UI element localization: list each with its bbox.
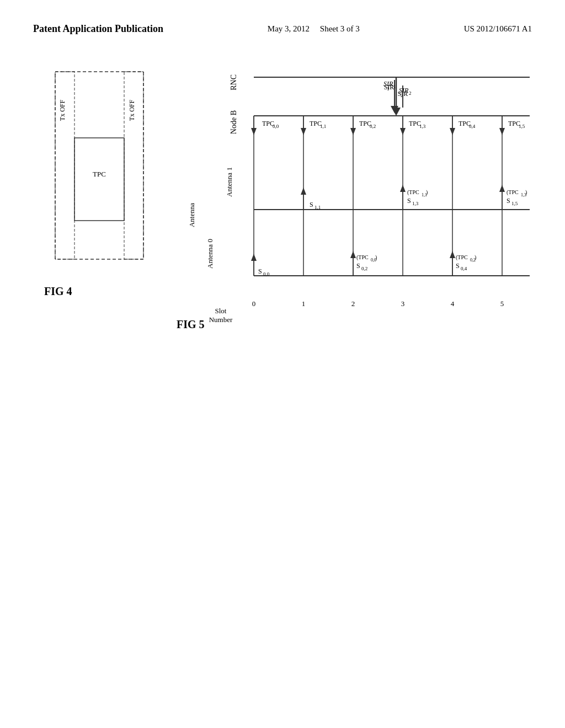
slot-number-label: Slot — [215, 307, 227, 315]
svg-marker-18 — [251, 128, 257, 135]
svg-marker-26 — [450, 128, 455, 135]
fig5-label: FIG 5 — [177, 318, 205, 331]
svg-marker-34 — [499, 185, 505, 192]
fig5-container: RNC SIR 1 SIR 2 Node B Antenna 1 Antenna… — [177, 44, 541, 331]
header-date: May 3, 2012 — [268, 24, 310, 33]
s15-label: S — [507, 197, 510, 205]
svg-marker-32 — [400, 185, 406, 192]
s13-sub: 1,3 — [412, 201, 419, 206]
fig5-svg: RNC SIR 1 SIR 2 Node B Antenna 1 Antenna… — [177, 44, 541, 336]
antenna1-label: Antenna 1 — [225, 167, 233, 197]
tpc00-sub: 0,0 — [273, 124, 279, 129]
header-sheet: Sheet 3 of 3 — [320, 24, 360, 33]
s11-sub: 1,1 — [315, 205, 321, 210]
rnc-label: RNC — [230, 74, 238, 90]
tpc13-sub: 1,3 — [419, 124, 426, 129]
header-patent-number: US 2012/106671 A1 — [464, 22, 532, 35]
fig4-svg: Tx OFF TPC Tx OFF — [44, 66, 154, 281]
sir2-text: SIR — [399, 87, 409, 94]
s00-sub: 0,0 — [263, 271, 270, 277]
fig4-container: Tx OFF TPC Tx OFF FIG 4 — [44, 66, 166, 298]
tpc11-s13-close: ) — [426, 189, 428, 196]
tpc11-sub: 1,1 — [320, 124, 326, 129]
s04-label: S — [456, 262, 460, 270]
svg-marker-38 — [350, 251, 356, 258]
tx-off-label-right: Tx OFF — [128, 100, 136, 121]
sir1-text: SIR — [383, 80, 393, 88]
svg-marker-22 — [350, 128, 356, 135]
slot-2: 2 — [351, 299, 355, 308]
svg-marker-28 — [499, 128, 505, 135]
publication-title: Patent Application Publication — [33, 22, 163, 36]
tpc04-sub: 0,4 — [469, 124, 476, 129]
tpc15-sub: 1,5 — [519, 124, 525, 129]
slot-3: 3 — [401, 299, 405, 308]
s02-label: S — [356, 262, 360, 270]
antenna0-label: Antenna 0 — [206, 239, 214, 269]
tpc13-s15-close: ) — [525, 189, 527, 196]
tpc11-s13-label: (TPC — [407, 189, 419, 196]
slot-0: 0 — [252, 299, 256, 308]
slot-number-label2: Number — [209, 315, 233, 324]
s00-label: S — [258, 267, 262, 275]
tpc00-s02-label: (TPC — [356, 254, 369, 261]
header-date-sheet: May 3, 2012 Sheet 3 of 3 — [268, 22, 360, 35]
svg-marker-24 — [400, 128, 406, 135]
s04-sub: 0,4 — [461, 266, 467, 271]
fig4-label: FIG 4 — [44, 285, 72, 298]
svg-marker-40 — [450, 251, 455, 258]
tpc13-s15-label: (TPC — [507, 189, 519, 196]
s02-sub: 0,2 — [361, 266, 367, 271]
s11-label: S — [310, 201, 313, 208]
tpc02-s04-close: ) — [475, 254, 476, 261]
slot-5: 5 — [500, 299, 504, 308]
sir2-num: 2 — [409, 90, 412, 96]
tx-off-label-left: Tx OFF — [58, 100, 66, 121]
s15-sub: 1,5 — [511, 201, 518, 206]
tpc00-s02-close: ) — [375, 254, 377, 261]
page-header: Patent Application Publication May 3, 20… — [0, 0, 565, 36]
tpc02-s04-label: (TPC — [456, 254, 468, 261]
nodeb-label: Node B — [230, 110, 238, 134]
svg-marker-36 — [251, 254, 257, 261]
slot-4: 4 — [451, 299, 455, 308]
slot-1: 1 — [302, 299, 306, 308]
tpc02-sub: 0,2 — [370, 124, 376, 129]
tpc-label: TPC — [93, 170, 106, 178]
antenna-label: Antenna — [188, 203, 196, 227]
svg-marker-42 — [392, 108, 401, 116]
svg-marker-20 — [301, 128, 306, 135]
svg-rect-1 — [74, 138, 124, 221]
s13-label: S — [407, 197, 411, 205]
svg-marker-30 — [301, 188, 306, 195]
